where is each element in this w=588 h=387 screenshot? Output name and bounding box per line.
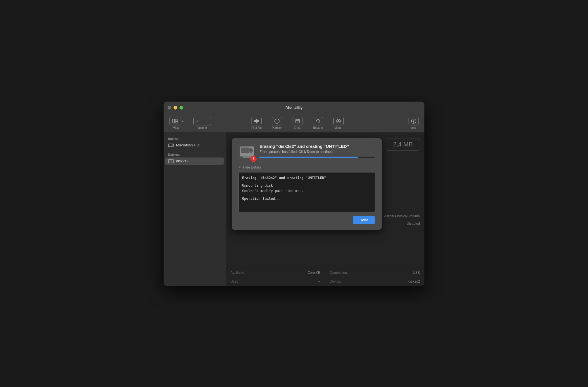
external-disk-name: disk2s2	[176, 159, 189, 163]
maximize-button[interactable]	[179, 106, 183, 110]
restore-label: Restore	[313, 126, 323, 129]
svg-text:i: i	[413, 119, 414, 123]
internal-disk-icon	[168, 143, 174, 148]
mount-label: Mount	[335, 126, 342, 129]
dialog-footer: Done	[238, 216, 375, 224]
volume-button[interactable]: + − Volume	[191, 116, 213, 131]
hide-details-arrow-icon: ▼	[238, 166, 241, 169]
traffic-lights	[168, 106, 183, 110]
view-button[interactable]: ▾ View	[167, 116, 185, 131]
erase-label: Erase	[294, 126, 301, 129]
svg-rect-2	[175, 121, 178, 123]
done-button[interactable]: Done	[353, 216, 375, 224]
svg-point-15	[172, 145, 173, 146]
dialog-header: ! Erasing “disk2s2” and creating “UNTITL…	[238, 144, 375, 161]
sidebar-item-macintosh-hd[interactable]: Macintosh HD	[164, 142, 226, 149]
svg-rect-23	[243, 157, 251, 158]
progress-bar	[259, 157, 375, 158]
dialog-subtitle: Erase process has failed. Click Done to …	[259, 150, 375, 154]
svg-rect-4	[254, 120, 259, 122]
internal-section-label: Internal	[164, 136, 226, 142]
info-label: Info	[411, 126, 416, 129]
partition-button[interactable]: Partition	[270, 116, 285, 131]
view-chevron-icon: ▾	[182, 119, 183, 123]
first-aid-icon	[251, 117, 262, 125]
dialog-title: Erasing “disk2s2” and creating “UNTITLED…	[259, 144, 375, 149]
first-aid-button[interactable]: First Aid	[249, 116, 264, 131]
error-badge: !	[250, 156, 257, 162]
svg-rect-0	[173, 119, 175, 123]
mount-button[interactable]: Mount	[331, 116, 346, 131]
partition-label: Partition	[272, 126, 282, 129]
log-line-3: Couldn't modify partition map.	[242, 188, 371, 194]
svg-rect-14	[168, 144, 174, 147]
view-group: ▾ View	[167, 116, 185, 131]
dialog-text-block: Erasing “disk2s2” and creating “UNTITLED…	[259, 144, 375, 158]
progress-bar-fill	[259, 157, 358, 158]
disk-utility-window: Disk Utility ▾ View	[164, 102, 424, 286]
window-title: Disk Utility	[285, 106, 303, 110]
volume-controls: + −	[193, 117, 211, 125]
first-aid-label: First Aid	[251, 126, 262, 129]
disk-image-container: !	[238, 144, 255, 161]
view-icon	[169, 117, 181, 125]
info-icon: i	[409, 117, 419, 125]
minimize-button[interactable]	[174, 106, 177, 110]
titlebar: Disk Utility	[164, 102, 424, 114]
svg-rect-1	[175, 119, 178, 121]
volume-label: Volume	[197, 126, 207, 129]
sidebar-item-disk2s2[interactable]: disk2s2	[165, 157, 224, 165]
view-label: View	[173, 126, 179, 129]
sidebar: Internal Macintosh HD External	[164, 132, 226, 286]
svg-rect-20	[241, 148, 249, 153]
restore-button[interactable]: Restore	[311, 116, 325, 131]
hide-details-row[interactable]: ▼ Hide Details	[238, 165, 375, 169]
svg-rect-7	[296, 119, 300, 123]
partition-icon	[272, 117, 282, 125]
main-layout: Internal Macintosh HD External	[164, 132, 424, 286]
remove-volume-button[interactable]: −	[202, 117, 211, 125]
info-button[interactable]: i Info	[406, 116, 421, 131]
log-box: Erasing "disk2s2" and creating "UNTITLED…	[238, 172, 375, 212]
add-volume-button[interactable]: +	[194, 117, 202, 125]
external-section-label: External	[164, 152, 226, 157]
svg-point-22	[249, 149, 252, 152]
log-line-4: Operation failed...	[242, 196, 371, 201]
internal-disk-name: Macintosh HD	[176, 143, 199, 147]
svg-rect-17	[169, 160, 171, 161]
hide-details-label: Hide Details	[243, 165, 261, 169]
toolbar: ▾ View + − Volume	[164, 114, 424, 132]
volume-group: + − Volume	[191, 116, 213, 131]
erase-dialog: ! Erasing “disk2s2” and creating “UNTITL…	[232, 138, 382, 230]
log-line-2: Unmounting disk	[242, 183, 371, 188]
content-area: 2,4 MB USB External Physical Volume Disa…	[226, 132, 424, 286]
external-disk-icon	[168, 159, 174, 163]
mount-icon	[333, 117, 344, 125]
dialog-overlay: ! Erasing “disk2s2” and creating “UNTITL…	[226, 132, 424, 286]
erase-button[interactable]: Erase	[290, 116, 305, 131]
erase-icon	[293, 117, 303, 125]
toolbar-center: First Aid Partition	[249, 116, 346, 131]
close-button[interactable]	[168, 106, 171, 110]
restore-icon	[313, 117, 323, 125]
log-line-1: Erasing "disk2s2" and creating "UNTITLED…	[242, 175, 371, 181]
